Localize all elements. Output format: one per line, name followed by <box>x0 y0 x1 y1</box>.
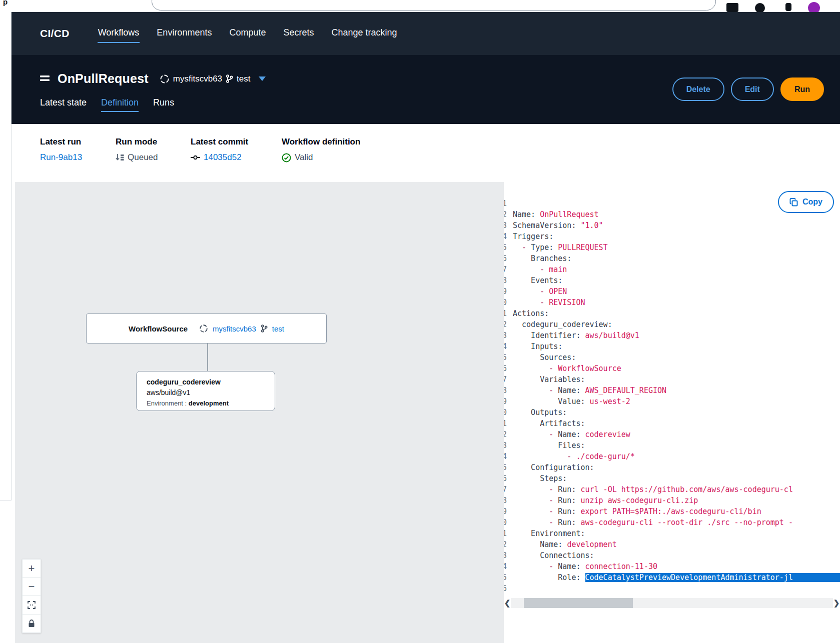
nav-item-workflows[interactable]: Workflows <box>98 24 140 43</box>
nav-item-environments[interactable]: Environments <box>156 24 212 43</box>
environment-label: Environment <box>147 400 183 407</box>
code-line: 9 - OPEN <box>504 286 840 297</box>
branch-name[interactable]: test <box>237 74 250 84</box>
scroll-right-arrow[interactable]: ❯ <box>833 598 840 608</box>
line-number: 29 <box>504 506 507 517</box>
nav-item-compute[interactable]: Compute <box>229 24 266 43</box>
line-number: 10 <box>504 297 507 308</box>
code-line: 36 <box>504 583 840 594</box>
run-button[interactable]: Run <box>780 78 824 101</box>
code-line: 32 Name: development <box>504 539 840 550</box>
code-line: 24 - ./code-guru/* <box>504 451 840 462</box>
lock-button[interactable] <box>22 614 41 633</box>
code-line: 22 - Name: codereview <box>504 429 840 440</box>
code-line: 12 codeguru_codereview: <box>504 319 840 330</box>
code-line: 7 - main <box>504 264 840 275</box>
info-label: Latest run <box>40 137 116 147</box>
scrollbar-track[interactable] <box>511 598 833 608</box>
line-number: 31 <box>504 528 507 539</box>
source-node-title: WorkflowSource <box>129 324 188 333</box>
global-search-input[interactable] <box>152 0 716 10</box>
workflow-definition-panel: Copy 12Name: OnPullRequest3SchemaVersion… <box>504 182 840 643</box>
workflow-source-node[interactable]: WorkflowSource mysfitscvb63 test <box>86 314 327 344</box>
info-value-run-mode: Queued <box>116 152 191 162</box>
line-number: 7 <box>504 264 507 275</box>
line-number: 34 <box>504 561 507 572</box>
commit-icon <box>191 154 200 160</box>
line-number: 5 <box>504 242 507 253</box>
line-number: 32 <box>504 539 507 550</box>
line-number: 12 <box>504 319 507 330</box>
nav-item-change-tracking[interactable]: Change tracking <box>331 24 398 43</box>
service-nav-items: WorkflowsEnvironmentsComputeSecretsChang… <box>98 24 398 43</box>
line-number: 33 <box>504 550 507 561</box>
line-number: 23 <box>504 440 507 451</box>
tab-definition[interactable]: Definition <box>101 98 139 112</box>
node-connector-line <box>207 344 208 371</box>
nav-item-secrets[interactable]: Secrets <box>283 24 314 43</box>
source-branch-link[interactable]: test <box>272 324 284 333</box>
valid-icon <box>282 153 291 162</box>
code-line: 14 Inputs: <box>504 341 840 352</box>
line-number: 17 <box>504 374 507 385</box>
horizontal-scrollbar: ❮ ❯ <box>504 598 840 608</box>
tab-runs[interactable]: Runs <box>153 98 174 112</box>
repository-name[interactable]: mysfitscvb63 <box>173 74 222 84</box>
branch-icon <box>261 324 268 332</box>
delete-button[interactable]: Delete <box>672 78 724 101</box>
line-number: 21 <box>504 418 507 429</box>
line-number: 9 <box>504 286 507 297</box>
line-number: 6 <box>504 253 507 264</box>
line-number: 14 <box>504 341 507 352</box>
edit-button[interactable]: Edit <box>731 78 774 101</box>
code-line: 29 - Run: export PATH=$PATH:./aws-codegu… <box>504 506 840 517</box>
yaml-code-editor[interactable]: 12Name: OnPullRequest3SchemaVersion: "1.… <box>504 198 840 594</box>
line-number: 30 <box>504 517 507 528</box>
source-repo-link[interactable]: mysfitscvb63 <box>213 324 256 333</box>
code-line: 11Actions: <box>504 308 840 319</box>
workflow-icon <box>40 74 50 84</box>
line-number: 28 <box>504 495 507 506</box>
action-identifier: aws/build@v1 <box>147 388 275 398</box>
code-line: 17 Variables: <box>504 374 840 385</box>
help-icon[interactable] <box>755 3 765 12</box>
zoom-out-button[interactable]: − <box>22 578 41 596</box>
chevron-down-icon[interactable] <box>259 76 266 81</box>
keyboard-icon[interactable] <box>726 3 738 12</box>
info-value-latest-run[interactable]: Run-9ab13 <box>40 152 116 162</box>
global-top-bar: p <box>0 0 840 12</box>
copy-button[interactable]: Copy <box>778 191 834 213</box>
service-nav: CI/CD WorkflowsEnvironmentsComputeSecret… <box>12 12 840 55</box>
fit-to-screen-button[interactable] <box>22 596 41 614</box>
line-number: 36 <box>504 583 507 594</box>
diagram-zoom-controls: + − <box>22 559 41 633</box>
line-number: 15 <box>504 352 507 363</box>
line-number: 22 <box>504 429 507 440</box>
code-line: 21 Artifacts: <box>504 418 840 429</box>
scrollbar-thumb[interactable] <box>524 598 633 608</box>
info-col-latest-run: Latest runRun-9ab13 <box>40 137 116 182</box>
service-title: CI/CD <box>40 28 70 40</box>
page-title: OnPullRequest <box>58 72 149 86</box>
codeguru-action-node[interactable]: codeguru_codereview aws/build@v1 Environ… <box>136 371 275 411</box>
left-page-gutter <box>0 12 12 500</box>
selected-text: CodeCatalystPreviewDevelopmentAdministra… <box>585 573 840 582</box>
line-number: 16 <box>504 363 507 374</box>
notifications-icon[interactable] <box>785 3 791 11</box>
line-number: 19 <box>504 396 507 407</box>
workflow-diagram-canvas[interactable]: WorkflowSource mysfitscvb63 test codegur… <box>15 182 504 643</box>
line-number: 20 <box>504 407 507 418</box>
code-line: 15 Sources: <box>504 352 840 363</box>
info-value-workflow-definition: Valid <box>282 152 360 162</box>
scroll-left-arrow[interactable]: ❮ <box>504 598 511 608</box>
code-line: 16 - WorkflowSource <box>504 363 840 374</box>
action-node-title: codeguru_codereview <box>147 377 275 388</box>
code-line: 4Triggers: <box>504 231 840 242</box>
zoom-in-button[interactable]: + <box>22 559 41 578</box>
line-number: 2 <box>504 209 507 220</box>
line-number: 26 <box>504 473 507 484</box>
tab-latest-state[interactable]: Latest state <box>40 98 87 112</box>
info-value-latest-commit[interactable]: 14035d52 <box>191 152 282 162</box>
info-label: Latest commit <box>191 137 282 147</box>
user-avatar[interactable] <box>808 2 820 12</box>
